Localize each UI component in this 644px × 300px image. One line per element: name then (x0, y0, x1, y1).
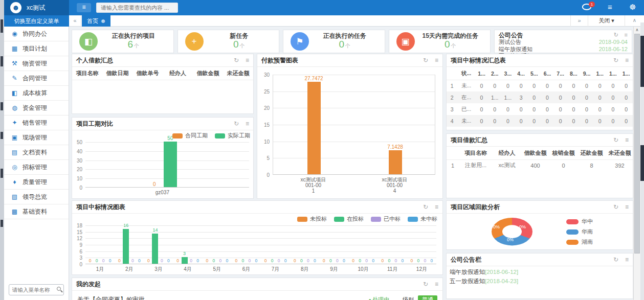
sidebar-item-sales[interactable]: ✦销售管理 (4, 116, 69, 130)
stat-card-executing-projects[interactable]: ◧正在执行的项目6个 (72, 30, 174, 53)
sidebar-item-documents[interactable]: ▤文档资料 (4, 145, 69, 160)
brand-area[interactable]: ☻ xc测试 (4, 0, 69, 15)
panel-menu-icon[interactable]: ≡ (246, 54, 249, 67)
app-logo-icon: ☻ (10, 2, 21, 13)
documents-icon: ▤ (11, 149, 18, 156)
sidebar-item-bidding[interactable]: ◎招标管理 (4, 160, 69, 175)
refresh-icon[interactable]: ↻ (613, 54, 618, 67)
grid-line (273, 158, 435, 158)
initiation-row[interactable]: 关于【合同变更】的审批●处理中级别普通 (72, 291, 442, 300)
close-tabs-dropdown[interactable]: 关闭 ▾ (588, 15, 625, 27)
refresh-icon[interactable]: ↻ (613, 134, 618, 147)
panel-menu-icon[interactable]: ≡ (435, 54, 438, 67)
sidebar-item-collaboration[interactable]: ◉协同办公 (4, 27, 69, 41)
legend-item-湖南[interactable]: 湖南 (566, 238, 593, 246)
menu-search-input[interactable] (9, 284, 64, 295)
notification-badge: 1 (589, 2, 595, 7)
table-row[interactable]: 4未...000000000000 (447, 115, 633, 127)
sidebar-item-leader-overview[interactable]: ▧领导总览 (4, 190, 69, 204)
y-axis-tick-label: 18 (72, 223, 82, 228)
tab-gear-icon[interactable]: ☸ (101, 18, 105, 24)
panel-menu-icon[interactable]: ≡ (625, 201, 629, 214)
panel-menu-icon[interactable]: ≡ (625, 253, 629, 266)
stat-card-tasks-due-15days[interactable]: ▣15天内需完成的任务0个 (389, 30, 491, 53)
global-search-input[interactable] (96, 3, 178, 13)
stat-card-label: 15天内需完成的任务 (415, 33, 486, 39)
settings-gear-icon[interactable]: ☸ (629, 3, 636, 12)
refresh-icon[interactable]: ↻ (613, 201, 618, 214)
legend-label: 在投标 (347, 215, 364, 223)
scrollbar-thumb[interactable] (634, 34, 640, 253)
refresh-icon[interactable]: ↻ (423, 54, 428, 67)
refresh-icon[interactable]: ↻ (423, 201, 428, 214)
announcement-item[interactable]: 测试公告2018-09-04 (499, 39, 628, 46)
sidebar-item-label: 文档资料 (23, 148, 47, 157)
refresh-icon[interactable]: ↻ (234, 54, 239, 67)
chart-plot-area: 0000016000140003000000000000000000000000… (85, 225, 436, 264)
refresh-icon[interactable]: ↻ (614, 32, 618, 38)
sidebar-item-cost-accounting[interactable]: ◧成本核算 (4, 86, 69, 101)
x-axis-category-label: 12月 (398, 266, 442, 272)
panel-menu-icon[interactable]: ≡ (435, 201, 438, 214)
panel-menu-icon[interactable]: ≡ (625, 54, 629, 67)
table-row[interactable]: 2在...01...1...300000000 (447, 91, 633, 103)
table-cell: 0 (541, 91, 554, 103)
panel-menu-icon[interactable]: ≡ (435, 278, 438, 291)
stat-card-executing-tasks[interactable]: ⚑正在执行的任务0个 (283, 30, 385, 53)
column-header: 7... (554, 67, 567, 80)
legend-item-实际工期[interactable]: 实际工期 (215, 132, 250, 140)
panel-title: 项目中标情况图表 (76, 203, 125, 211)
y-axis-tick-label: 10 (257, 139, 270, 145)
legend-item-在投标[interactable]: 在投标 (334, 215, 364, 223)
switch-custom-menu-button[interactable]: 切换至自定义菜单 (4, 15, 69, 27)
scroll-up-icon[interactable]: ∧ (634, 27, 640, 33)
refresh-icon[interactable]: ↻ (234, 118, 239, 130)
right-edge-strip (640, 22, 644, 300)
sidebar-toggle-button[interactable]: ≡ (77, 3, 91, 12)
sidebar-item-project-plan[interactable]: ▦项目计划 (4, 41, 69, 56)
tabs-scroll-right-button[interactable]: » (570, 15, 588, 27)
table-row[interactable]: 1未...000000000000 (447, 80, 633, 91)
dashboard-screen: ☻ xc测试 ≡ 1 ≡ ☸ 切换至自定义菜单 « 首页☸ » 关闭 ▾ ∧ ◉… (0, 0, 644, 300)
vertical-scrollbar[interactable]: ∧ (633, 27, 640, 300)
sidebar-item-contracts[interactable]: ✎合同管理 (4, 71, 69, 86)
legend-item-未中标[interactable]: 未中标 (408, 215, 437, 223)
sidebar-item-quality[interactable]: ♦质量管理 (4, 175, 69, 190)
table-row[interactable]: 3已...000000000000 (447, 103, 633, 115)
panel-title: 项目借款汇总 (451, 136, 487, 144)
tabs-scroll-left-button[interactable]: « (69, 15, 81, 27)
bulletin-item[interactable]: 端午放假通知[2018-06-12] (447, 267, 633, 276)
y-axis-tick-label: 40 (72, 149, 82, 154)
panel-menu-icon[interactable]: ≡ (625, 32, 628, 38)
refresh-icon[interactable]: ↻ (423, 278, 428, 291)
quality-icon: ♦ (11, 178, 18, 186)
table-row[interactable]: 1注射用...xc测试40008392 (447, 159, 633, 171)
materials-icon: ⚒ (11, 60, 18, 67)
funds-icon: ◍ (11, 104, 18, 111)
table-cell: 0 (541, 103, 554, 115)
legend-item-已中标[interactable]: 已中标 (371, 215, 401, 223)
panel-menu-icon[interactable]: ≡ (246, 118, 249, 130)
tab-home[interactable]: 首页☸ (82, 15, 110, 27)
legend-item-华中[interactable]: 华中 (566, 218, 593, 225)
refresh-icon[interactable]: ↻ (613, 253, 618, 266)
table-cell: 0 (527, 103, 541, 115)
topbar-menu-icon[interactable]: ≡ (608, 3, 612, 11)
sidebar-menu: ◉协同办公▦项目计划⚒物资管理✎合同管理◧成本核算◍资金管理✦销售管理▣现场管理… (4, 27, 69, 300)
project-loan-table: 项目名称经办人借款金额核销金额还款金额未还金额1注射用...xc测试400083… (447, 147, 633, 171)
x-axis-category-label: xc测试项目001-001 (291, 177, 337, 194)
sidebar-item-label: 成本核算 (23, 89, 47, 98)
announcement-item[interactable]: 端午放假通知2018-06-12 (499, 46, 628, 53)
panel-menu-icon[interactable]: ≡ (625, 134, 629, 147)
stat-card-new-tasks[interactable]: +新任务0个 (177, 30, 280, 53)
legend-item-华南[interactable]: 华南 (566, 228, 593, 236)
notification-icon[interactable]: 1 (582, 4, 591, 10)
sidebar-item-site[interactable]: ▣现场管理 (4, 130, 69, 145)
panel-title: 付款预警图表 (261, 57, 298, 64)
sidebar-item-funds[interactable]: ◍资金管理 (4, 101, 69, 116)
sidebar-item-materials[interactable]: ⚒物资管理 (4, 56, 69, 71)
bulletin-item[interactable]: 五一放假通知[2018-04-23] (447, 276, 633, 285)
legend-item-合同工期[interactable]: 合同工期 (172, 132, 208, 140)
sidebar-item-base-data[interactable]: ▩基础资料 (4, 204, 69, 219)
legend-item-未投标[interactable]: 未投标 (297, 215, 327, 223)
